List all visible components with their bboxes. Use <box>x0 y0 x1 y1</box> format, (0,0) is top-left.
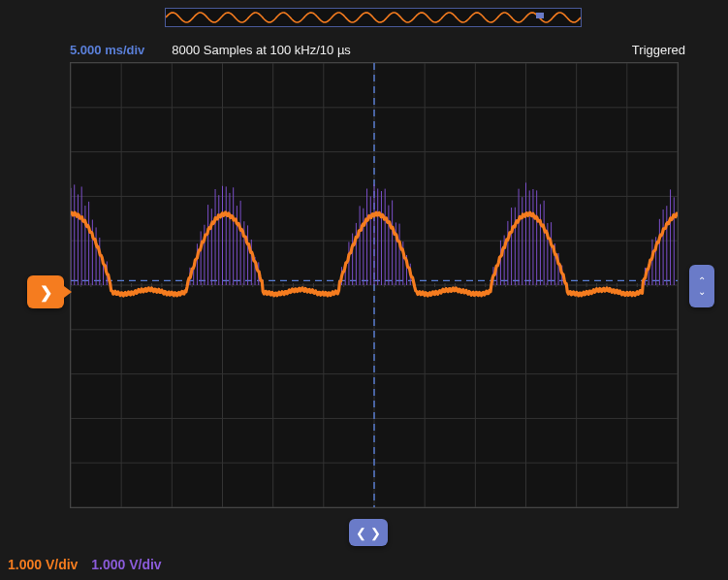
sample-info: 8000 Samples at 100 kHz/10 µs <box>172 43 351 57</box>
trigger-level-handle[interactable]: ⌃ ⌄ <box>689 265 714 307</box>
ch1-scale-readout[interactable]: 1.000 V/div <box>8 557 78 572</box>
timebase-readout[interactable]: 5.000 ms/div <box>70 43 144 57</box>
trigger-status: Triggered <box>632 43 685 57</box>
ch2-scale-readout[interactable]: 1.000 V/div <box>91 557 161 572</box>
chevron-down-icon: ⌄ <box>698 286 706 297</box>
chevron-right-icon: ❯ <box>40 283 52 302</box>
channel-scales: 1.000 V/div 1.000 V/div <box>8 557 162 572</box>
waveform-plot <box>71 63 678 507</box>
scope-display[interactable] <box>70 62 679 508</box>
info-bar: 5.000 ms/div 8000 Samples at 100 kHz/10 … <box>70 43 685 57</box>
chevron-up-icon: ⌃ <box>698 275 706 286</box>
overview-strip[interactable] <box>165 8 582 27</box>
time-offset-handle[interactable]: ❮ ❯ <box>349 519 388 546</box>
ch1-offset-handle[interactable]: ❯ <box>27 275 64 308</box>
chevron-left-right-icon: ❮ ❯ <box>356 526 381 540</box>
overview-trigger-indicator[interactable] <box>536 13 544 18</box>
overview-wave-icon <box>166 9 581 26</box>
